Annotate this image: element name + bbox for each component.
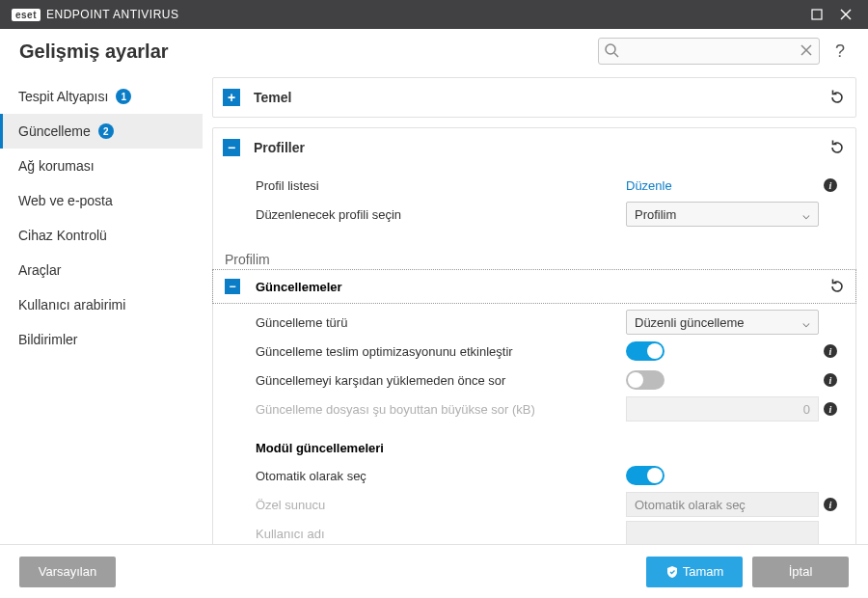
close-button[interactable]	[831, 0, 860, 29]
search-wrap	[598, 38, 820, 65]
info-icon[interactable]: i	[824, 178, 837, 192]
toggle-ask-before-download[interactable]	[626, 370, 665, 390]
defaults-button[interactable]: Varsayılan	[19, 557, 116, 587]
search-input[interactable]	[598, 38, 820, 65]
section-title: Temel	[254, 90, 828, 105]
sidebar-item-web-email[interactable]: Web ve e-posta	[0, 183, 203, 218]
label: Otomatik olarak seç	[256, 469, 626, 483]
subsection-updates-header[interactable]: − Güncellemeler	[212, 269, 856, 304]
profile-caption: Profilim	[213, 242, 855, 269]
sidebar-item-label: Tespit Altyapısı	[18, 89, 108, 104]
sidebar-item-label: Ağ koruması	[18, 158, 95, 174]
row-custom-server: Özel sunucu i	[213, 490, 855, 519]
main-panel[interactable]: + Temel − Profiller Profil listesi Düzen…	[203, 73, 868, 544]
row-auto-select: Otomatik olarak seç	[213, 461, 855, 490]
select-value: Düzenli güncelleme	[635, 315, 744, 330]
row-update-type: Güncelleme türü Düzenli güncelleme ⌵	[213, 308, 855, 337]
sidebar-item-update[interactable]: Güncelleme 2	[0, 114, 203, 149]
label: Özel sunucu	[256, 498, 626, 512]
revert-icon[interactable]	[828, 139, 846, 156]
profile-select[interactable]: Profilim ⌵	[626, 202, 819, 227]
label: Düzenlenecek profili seçin	[256, 207, 626, 222]
badge: 2	[98, 123, 114, 139]
sidebar-item-notifications[interactable]: Bildirimler	[0, 322, 203, 357]
brand: eset ENDPOINT ANTIVIRUS	[12, 8, 178, 21]
section-basic-header[interactable]: + Temel	[213, 78, 855, 117]
section-basic: + Temel	[212, 77, 856, 118]
help-button[interactable]: ?	[831, 41, 849, 62]
username-input	[626, 521, 819, 544]
label: Kullanıcı adı	[256, 527, 626, 541]
cancel-button[interactable]: İptal	[752, 557, 849, 587]
row-username: Kullanıcı adı	[213, 519, 855, 544]
sidebar-item-label: Kullanıcı arabirimi	[18, 297, 125, 313]
expand-icon: +	[223, 89, 240, 106]
sidebar-item-ui[interactable]: Kullanıcı arabirimi	[0, 287, 203, 322]
toggle-delivery-optimization[interactable]	[626, 341, 665, 361]
maximize-button[interactable]	[802, 0, 831, 29]
row-ask-before-download: Güncellemeyi karşıdan yüklemeden önce so…	[213, 366, 855, 394]
sidebar-item-detection-engine[interactable]: Tespit Altyapısı 1	[0, 79, 203, 114]
sidebar-item-label: Cihaz Kontrolü	[18, 228, 107, 243]
info-icon[interactable]: i	[824, 344, 837, 358]
sidebar-item-network[interactable]: Ağ koruması	[0, 149, 203, 183]
info-icon[interactable]: i	[824, 498, 837, 511]
label: Güncelleme teslim optimizasyonunu etkinl…	[256, 344, 626, 359]
titlebar: eset ENDPOINT ANTIVIRUS	[0, 0, 868, 29]
sidebar-item-label: Güncelleme	[18, 123, 91, 139]
revert-icon[interactable]	[828, 89, 846, 106]
sidebar-item-device-control[interactable]: Cihaz Kontrolü	[0, 218, 203, 253]
size-threshold-input	[626, 396, 819, 421]
update-type-select[interactable]: Düzenli güncelleme ⌵	[626, 310, 819, 335]
sidebar-item-label: Web ve e-posta	[18, 193, 113, 208]
svg-rect-0	[812, 10, 822, 19]
row-select-profile: Düzenlenecek profili seçin Profilim ⌵	[213, 200, 855, 229]
brand-name: ENDPOINT ANTIVIRUS	[46, 8, 178, 21]
row-profile-list: Profil listesi Düzenle i	[213, 171, 855, 200]
sidebar: Tespit Altyapısı 1 Güncelleme 2 Ağ korum…	[0, 73, 203, 544]
info-icon[interactable]: i	[824, 402, 837, 416]
ok-label: Tamam	[683, 564, 724, 579]
module-updates-title: Modül güncellemeleri	[213, 423, 855, 461]
footer: Varsayılan Tamam İptal	[0, 544, 868, 598]
ok-button[interactable]: Tamam	[646, 557, 743, 587]
svg-point-3	[606, 44, 615, 54]
toggle-auto-select[interactable]	[626, 466, 665, 485]
sidebar-item-label: Bildirimler	[18, 332, 77, 347]
label: Güncelleme türü	[256, 315, 626, 330]
page-title: Gelişmiş ayarlar	[19, 41, 586, 63]
collapse-icon: −	[225, 279, 240, 294]
sidebar-item-label: Araçlar	[18, 262, 61, 278]
section-profiles: − Profiller Profil listesi Düzenle i Düz…	[212, 127, 856, 544]
header: Gelişmiş ayarlar ?	[0, 29, 868, 73]
sidebar-item-tools[interactable]: Araçlar	[0, 253, 203, 287]
shield-icon	[665, 565, 679, 579]
edit-link[interactable]: Düzenle	[626, 178, 672, 193]
section-title: Profiller	[254, 140, 828, 155]
label: Profil listesi	[256, 178, 626, 193]
brand-box: eset	[12, 9, 41, 21]
chevron-down-icon: ⌵	[802, 315, 810, 330]
custom-server-input	[626, 492, 819, 517]
chevron-down-icon: ⌵	[802, 207, 810, 222]
info-icon[interactable]: i	[824, 373, 837, 387]
label: Güncelleme dosyası şu boyuttan büyükse s…	[256, 402, 626, 417]
revert-icon[interactable]	[828, 278, 846, 295]
clear-search-icon[interactable]	[799, 42, 814, 58]
search-icon	[604, 42, 619, 58]
collapse-icon: −	[223, 139, 240, 156]
svg-line-4	[614, 53, 618, 57]
row-ask-size-threshold: Güncelleme dosyası şu boyuttan büyükse s…	[213, 394, 855, 423]
section-profiles-header[interactable]: − Profiller	[213, 128, 855, 167]
row-delivery-optimization: Güncelleme teslim optimizasyonunu etkinl…	[213, 337, 855, 366]
badge: 1	[116, 89, 131, 104]
subsection-title: Güncellemeler	[256, 280, 828, 294]
label: Güncellemeyi karşıdan yüklemeden önce so…	[256, 373, 626, 388]
select-value: Profilim	[635, 207, 676, 222]
